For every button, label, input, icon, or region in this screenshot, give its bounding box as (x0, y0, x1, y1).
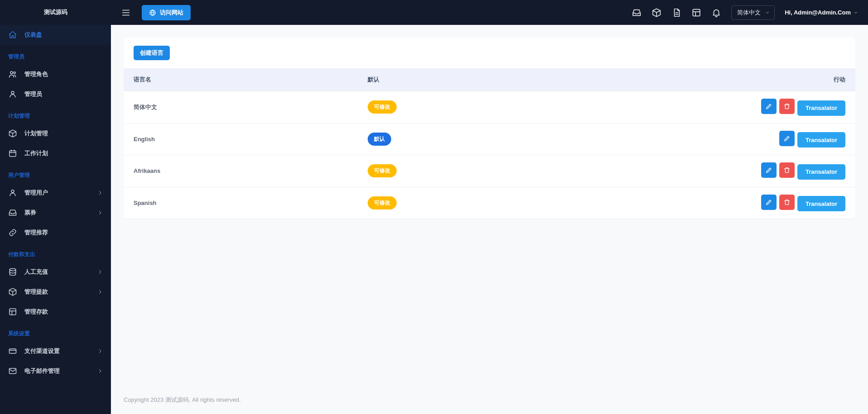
svg-rect-10 (693, 9, 700, 16)
sidebar-item-label: 票券 (24, 209, 36, 217)
brand-title: 测试源码 (0, 0, 111, 25)
badge-modifiable[interactable]: 可修改 (368, 100, 397, 114)
cell-name: Afrikaans (124, 155, 358, 187)
edit-button[interactable] (779, 131, 795, 146)
menu-toggle-button[interactable] (118, 5, 134, 20)
edit-button[interactable] (761, 195, 777, 210)
column-default: 默认 (358, 68, 577, 91)
sidebar-group-plan: 计划管理 (0, 104, 111, 124)
topbar-bell-button[interactable] (711, 8, 721, 18)
cell-default: 可修改 (358, 155, 577, 187)
sidebar-item-label: 仪表盘 (24, 31, 42, 39)
edit-button[interactable] (761, 99, 777, 114)
globe-icon (149, 9, 156, 16)
sidebar-item-manage-users[interactable]: 管理用户 (0, 183, 111, 203)
delete-button[interactable] (779, 195, 795, 210)
cell-actions: Transalator (577, 155, 855, 187)
sidebar-group-settings: 系统设置 (0, 322, 111, 341)
footer-text: Copyright 2023 测试源码. All rights reserved… (111, 386, 868, 414)
sidebar-item-admins[interactable]: 管理员 (0, 84, 111, 104)
sidebar-item-label: 管理推荐 (24, 228, 48, 237)
edit-button[interactable] (761, 162, 777, 178)
caret-down-icon (765, 10, 770, 15)
topbar-document-button[interactable] (671, 8, 681, 18)
sidebar-item-deposits[interactable]: 管理存款 (0, 302, 111, 322)
sidebar-item-label: 管理存款 (24, 308, 48, 316)
languages-table: 语言名 默认 行动 简体中文可修改TransalatorEnglish默认Tra… (124, 68, 855, 219)
sidebar-item-label: 管理提款 (24, 288, 48, 296)
pencil-icon (783, 135, 791, 142)
pencil-icon (765, 167, 772, 174)
cell-default: 可修改 (358, 187, 577, 219)
svg-point-2 (11, 91, 14, 94)
topbar-right: 简体中文 Hi, Admin@Admin.Com (632, 5, 858, 20)
sidebar-item-label: 支付渠道设置 (24, 347, 60, 355)
delete-button[interactable] (779, 99, 795, 114)
sidebar-item-roles[interactable]: 管理角色 (0, 64, 111, 84)
table-row: Spanish可修改Transalator (124, 187, 855, 219)
chevron-right-icon (97, 269, 103, 275)
sidebar-item-label: 工作计划 (24, 149, 48, 157)
badge-default[interactable]: 默认 (368, 133, 391, 146)
topbar-cube-button[interactable] (652, 8, 662, 18)
cell-actions: Transalator (577, 91, 855, 124)
sidebar-item-label: 电子邮件管理 (24, 367, 60, 375)
card-icon (8, 347, 17, 356)
cell-name: Spanish (124, 187, 358, 219)
sidebar-group-admin: 管理员 (0, 45, 111, 64)
mail-icon (8, 366, 17, 376)
sidebar-item-withdrawals[interactable]: 管理提款 (0, 282, 111, 302)
visit-site-button[interactable]: 访问网站 (142, 5, 191, 20)
sidebar-item-label: 管理员 (24, 90, 42, 98)
svg-rect-6 (10, 309, 16, 314)
cube-icon (8, 287, 17, 296)
chevron-right-icon (97, 190, 103, 195)
translator-button[interactable]: Transalator (797, 100, 845, 116)
user-icon (8, 188, 17, 197)
sidebar-group-users: 用户管理 (0, 163, 111, 183)
layout-icon (8, 307, 17, 316)
cell-default: 可修改 (358, 91, 577, 124)
sidebar-item-plans[interactable]: 计划管理 (0, 124, 111, 143)
sidebar-item-email-manage[interactable]: 电子邮件管理 (0, 361, 111, 381)
topbar-layout-button[interactable] (691, 8, 701, 18)
cell-name: English (124, 123, 358, 155)
user-icon (8, 90, 17, 99)
user-menu-button[interactable]: Hi, Admin@Admin.Com (785, 9, 858, 16)
calendar-icon (8, 149, 17, 158)
greeting-label: Hi, Admin@Admin.Com (785, 9, 851, 16)
badge-modifiable[interactable]: 可修改 (368, 196, 397, 209)
topbar-inbox-button[interactable] (632, 8, 642, 18)
sidebar-group-payments: 付款和支出 (0, 243, 111, 262)
sidebar-item-dashboard[interactable]: 仪表盘 (0, 25, 111, 45)
badge-modifiable[interactable]: 可修改 (368, 164, 397, 177)
sidebar-item-label: 计划管理 (24, 129, 48, 138)
delete-button[interactable] (779, 162, 795, 178)
sidebar-item-payment-channels[interactable]: 支付渠道设置 (0, 341, 111, 361)
visit-site-label: 访问网站 (160, 9, 183, 17)
sidebar-item-work-plan[interactable]: 工作计划 (0, 143, 111, 163)
cell-actions: Transalator (577, 123, 855, 155)
language-select[interactable]: 简体中文 (731, 5, 775, 20)
sidebar-item-tickets[interactable]: 票券 (0, 203, 111, 223)
svg-point-4 (11, 190, 14, 193)
link-icon (8, 228, 17, 237)
sidebar-item-topup[interactable]: 人工充值 (0, 262, 111, 282)
svg-rect-7 (10, 349, 16, 353)
translator-button[interactable]: Transalator (797, 196, 845, 211)
chevron-right-icon (97, 348, 103, 354)
chevron-right-icon (97, 368, 103, 374)
languages-card: 创建语言 语言名 默认 行动 简体中文可修改TransalatorEnglish… (124, 38, 855, 219)
language-selected: 简体中文 (737, 9, 761, 17)
create-language-button[interactable]: 创建语言 (134, 46, 170, 60)
sidebar: 测试源码 仪表盘 管理员 管理角色 管理员 计划管理 计划管理 工作计划 用户管… (0, 0, 111, 414)
chevron-right-icon (97, 289, 103, 295)
card-header: 创建语言 (124, 38, 855, 68)
svg-point-1 (14, 72, 15, 74)
caret-down-icon (854, 10, 858, 15)
sidebar-item-referrals[interactable]: 管理推荐 (0, 223, 111, 243)
inbox-icon (8, 208, 17, 217)
create-language-label: 创建语言 (140, 49, 163, 57)
translator-button[interactable]: Transalator (797, 132, 845, 148)
translator-button[interactable]: Transalator (797, 164, 845, 180)
